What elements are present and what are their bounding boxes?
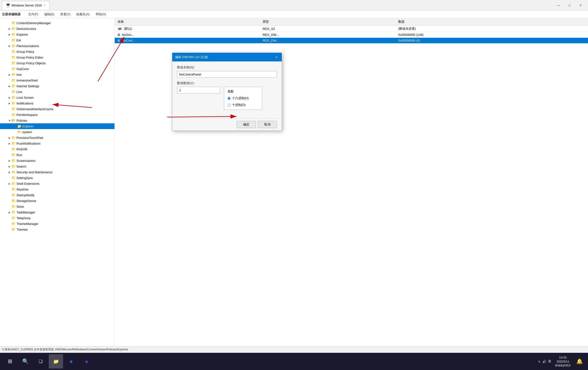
tree-item-SettingSync[interactable]: 📁 SettingSync <box>0 175 115 181</box>
tree-item-Screensavers[interactable]: ▶ 📁 Screensavers <box>0 158 115 163</box>
tree-item-SecurityAndMaintenance[interactable]: ▶ 📁 Security and Maintenance <box>0 169 115 175</box>
tree-item-FileAssociations[interactable]: ▶ 📁 FileAssociations <box>0 43 115 49</box>
vs-button[interactable]: ◈ <box>79 354 94 369</box>
speaker-icon[interactable]: 🔊 <box>542 360 546 363</box>
close-button[interactable]: × <box>575 1 586 9</box>
reg-type: REG_DW... <box>260 32 395 38</box>
tree-item-DeviceAccess[interactable]: ▶ 📁 DeviceAccess <box>0 26 115 32</box>
tree-item-Explorer[interactable]: ▶ 📁 Explorer <box>0 32 115 37</box>
tree-item-GroupPolicyEditor[interactable]: 📁 Group Policy Editor <box>0 54 115 60</box>
tree-item-ImmersiveShell[interactable]: 📁 ImmersiveShell <box>0 77 115 83</box>
cancel-button[interactable]: 取消 <box>258 121 277 128</box>
taskbar-clock[interactable]: 14:31 2022/5/11 和谐风舒明月 <box>555 355 571 367</box>
expand-arrow: ▶ <box>8 182 11 185</box>
folder-icon: 📁 <box>11 141 16 145</box>
tree-item-InternetSettings[interactable]: ▶ 📁 Internet Settings <box>0 83 115 89</box>
show-hidden-icons[interactable]: ∧ <box>538 360 540 363</box>
tree-item-Ext[interactable]: 📁 Ext <box>0 37 115 43</box>
tree-item-PenWorkspace[interactable]: 📁 PenWorkspace <box>0 112 115 118</box>
search-button[interactable]: 🔍 <box>18 354 32 369</box>
window-tab[interactable]: 🖥️ Windows Server 2016 × <box>2 1 50 10</box>
edit-dword-dialog[interactable]: 编辑 DWORD (32 位)值 × 数值名称(N): 数值数据(V): 基数 … <box>172 53 282 131</box>
tree-item-Run[interactable]: 📁 Run <box>0 152 115 158</box>
dialog-name-input[interactable] <box>177 71 277 78</box>
expand-arrow <box>8 193 11 197</box>
dialog-close-button[interactable]: × <box>274 55 279 60</box>
language-icon[interactable]: 英 <box>548 359 551 364</box>
minimize-button[interactable]: — <box>553 1 564 9</box>
tree-item-Search[interactable]: ▶ 📁 Search <box>0 163 115 169</box>
dialog-title: 编辑 DWORD (32 位)值 <box>175 55 208 59</box>
tree-item-label: PenWorkspace <box>17 113 38 117</box>
folder-icon: 📁 <box>11 153 16 157</box>
tree-item-label: GrpConv <box>17 67 29 71</box>
menu-edit[interactable]: 编辑(E) <box>41 11 57 18</box>
tree-item-label: StartupNotify <box>17 193 34 197</box>
tree-item-Store[interactable]: 📁 Store <box>0 204 115 209</box>
tree-item-GroupPolicy[interactable]: 📁 Group Policy <box>0 49 115 54</box>
tree-item-label: ime <box>17 73 21 76</box>
file-explorer-button[interactable]: 📁 <box>49 354 63 369</box>
radio-hex[interactable]: 十六进制(H) <box>227 96 259 100</box>
task-view-button[interactable]: ❑ <box>33 354 48 369</box>
folder-icon: 📁 <box>11 147 16 151</box>
tree-item-Telephony[interactable]: 📁 Telephony <box>0 215 115 221</box>
tree-item-RADAR[interactable]: 📁 RADAR <box>0 146 115 152</box>
tree-item-OnDemandInterfaceCache[interactable]: 📁 OnDemandInterfaceCache <box>0 106 115 112</box>
radio-dec[interactable]: 十进制(D) <box>227 103 259 107</box>
expand-arrow <box>8 38 11 42</box>
expand-arrow <box>8 205 11 208</box>
ie-button[interactable]: e <box>64 354 78 369</box>
tree-item-Notifications[interactable]: ▶ 📁 Notifications <box>0 100 115 106</box>
tree-item-Policies[interactable]: ▼ 📂 Policies <box>0 118 115 123</box>
tree-item-GrpConv[interactable]: 📁 GrpConv <box>0 66 115 72</box>
tree-item-TaskManager[interactable]: ▶ 📁 TaskManager <box>0 209 115 215</box>
ok-button[interactable]: 确定 <box>237 121 256 128</box>
tree-item-ThemeManager[interactable]: 📁 ThemeManager <box>0 221 115 227</box>
menu-view[interactable]: 查看(V) <box>57 11 73 18</box>
menu-file[interactable]: 文件(F) <box>25 11 41 18</box>
notification-button[interactable]: 🔔 <box>575 357 584 366</box>
table-row-selected[interactable]: ⊞ NoCont... REG_DW... 0x00000000 (0) <box>115 38 588 43</box>
tree-item-ShellExtensions[interactable]: ▶ 📁 Shell Extensions <box>0 181 115 186</box>
tab-close-btn[interactable]: × <box>44 4 45 7</box>
expand-arrow <box>13 130 17 134</box>
tree-item-label: Telephony <box>17 216 31 220</box>
radio-dec-input[interactable] <box>227 104 231 106</box>
menu-help[interactable]: 帮助(H) <box>93 11 109 18</box>
tree-item-Skydrive[interactable]: 📁 Skydrive <box>0 186 115 192</box>
tree-item-Live[interactable]: 📁 Live <box>0 89 115 95</box>
tree-item-LockScreen[interactable]: ▶ 📁 Lock Screen <box>0 95 115 100</box>
tree-item-Policies-system[interactable]: 📁 system <box>0 129 115 135</box>
table-row[interactable]: ⊞ NoDriv... REG_DW... 0x00000095 (149) <box>115 32 588 38</box>
tree-item-label: Ext <box>17 39 21 42</box>
tree-item-label: DeviceAccess <box>17 27 36 31</box>
col-header-name: 名称 <box>115 18 260 26</box>
table-row[interactable]: ab (默认) REG_SZ (数值未设置) <box>115 26 588 32</box>
folder-icon: 📁 <box>11 210 16 214</box>
maximize-button[interactable]: □ <box>564 1 575 9</box>
menu-favorites[interactable]: 收藏夹(A) <box>73 11 93 18</box>
registry-tree[interactable]: 📁 ContentDeliveryManager ▶ 📁 DeviceAcces… <box>0 18 115 346</box>
start-button[interactable]: ⊞ <box>3 354 17 369</box>
tree-item-Themes[interactable]: 📁 Themes <box>0 227 115 232</box>
tree-item-label: Notifications <box>17 102 33 105</box>
tree-item-ime[interactable]: ▶ 📁 ime <box>0 72 115 77</box>
tree-item-label: PrecisionTouchPad <box>17 136 43 140</box>
tree-item-PushNotifications[interactable]: ▶ 📁 PushNotifications <box>0 140 115 146</box>
tree-item-ContentDeliveryManager[interactable]: 📁 ContentDeliveryManager <box>0 20 115 26</box>
tree-item-label: Explorer <box>17 33 28 36</box>
tree-item-Policies-Explorer[interactable]: 📁 Explorer <box>0 123 115 129</box>
tree-item-StorageSense[interactable]: 📁 StorageSense <box>0 198 115 204</box>
tree-item-label: Store <box>17 205 24 208</box>
tree-item-GroupPolicyObjects[interactable]: 📁 Group Policy Objects <box>0 60 115 66</box>
expand-arrow: ▶ <box>8 32 11 36</box>
tree-item-label: system <box>22 130 32 134</box>
folder-icon-special: 📁 <box>17 130 21 134</box>
main-window: 🖥️ Windows Server 2016 × — □ × 注册表编辑器 文件… <box>0 0 588 353</box>
tree-item-PrecisionTouchPad[interactable]: ▶ 📁 PrecisionTouchPad <box>0 135 115 140</box>
radio-hex-input[interactable] <box>227 97 231 100</box>
dialog-value-input[interactable] <box>177 87 220 94</box>
tree-item-StartupNotify[interactable]: 📁 StartupNotify <box>0 192 115 198</box>
folder-icon: 📁 <box>11 159 16 163</box>
